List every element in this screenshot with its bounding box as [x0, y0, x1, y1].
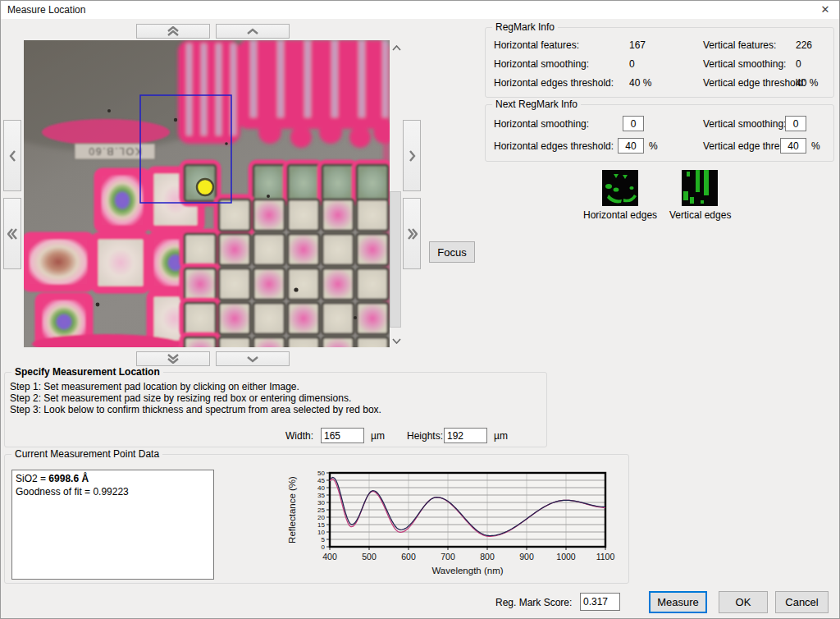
reflectance-spectrum-chart: 0510152025303540455040050060070080090010…: [285, 466, 622, 581]
v-smoothing-label: Vertical smoothing:: [703, 58, 786, 70]
specify-location-title: Specify Measurement Location: [11, 366, 163, 378]
pan-left-button[interactable]: [3, 120, 21, 191]
reg-mark-score-input[interactable]: [580, 593, 620, 611]
svg-text:20: 20: [317, 514, 325, 521]
next-h-threshold-unit: %: [649, 140, 658, 152]
next-v-threshold-unit: %: [811, 140, 820, 152]
current-point-group: Current Measurement Point Data SiO2 = 69…: [4, 454, 629, 584]
svg-text:35: 35: [317, 492, 325, 499]
h-features-label: Horizontal features:: [494, 39, 579, 51]
svg-text:25: 25: [317, 507, 325, 514]
v-features-label: Vertical features:: [703, 39, 776, 51]
svg-text:600: 600: [401, 552, 416, 562]
svg-text:5: 5: [322, 536, 326, 543]
vertical-edges-image: [682, 170, 718, 206]
vertical-edges-label: Vertical edges: [669, 209, 731, 221]
measure-button[interactable]: Measure: [649, 591, 707, 613]
double-chevron-up-icon: [167, 26, 180, 36]
horizontal-edges-label: Horizontal edges: [583, 209, 657, 221]
scroll-down-icon[interactable]: [392, 335, 401, 346]
regmark-info-group: RegMark Info Horizontal features: 167 Ve…: [485, 27, 834, 98]
step1-text: Step 1: Set measurement pad location by …: [10, 381, 299, 392]
h-threshold-label: Horizontal edges threshold:: [494, 77, 614, 89]
v-smoothing-value: 0: [796, 58, 801, 70]
pan-down-fast-button[interactable]: [136, 351, 210, 366]
width-input[interactable]: [321, 428, 364, 443]
measurement-point-marker[interactable]: [197, 179, 213, 195]
pan-up-fast-button[interactable]: [136, 24, 210, 39]
pan-right-fast-button[interactable]: [403, 198, 421, 269]
thickness-value: 6998.6 Å: [48, 473, 89, 484]
next-regmark-title: Next RegMark Info: [492, 99, 581, 110]
v-threshold-label: Vertical edge threshold:: [703, 77, 806, 89]
next-v-smoothing-label: Vertical smoothing:: [703, 118, 786, 130]
svg-text:700: 700: [441, 552, 455, 562]
dialog-title: Measure Location: [7, 4, 85, 16]
svg-text:800: 800: [480, 552, 495, 562]
svg-text:900: 900: [519, 552, 534, 562]
height-label: Heights:: [407, 430, 443, 442]
double-chevron-down-icon: [167, 354, 180, 364]
svg-text:1100: 1100: [596, 552, 615, 562]
double-chevron-right-icon: [407, 227, 418, 241]
specify-location-group: Specify Measurement Location Step 1: Set…: [4, 372, 547, 447]
svg-text:15: 15: [317, 521, 325, 529]
next-h-threshold-label: Horizontal edges threshold:: [494, 140, 614, 152]
chevron-up-icon: [246, 28, 259, 35]
microscope-image[interactable]: KOL.B.60: [24, 40, 390, 347]
svg-text:30: 30: [317, 499, 325, 507]
regmark-info-title: RegMark Info: [492, 21, 558, 33]
svg-text:10: 10: [317, 529, 325, 536]
step2-text: Step 2: Set measurement pad size by resi…: [10, 392, 351, 404]
h-smoothing-value: 0: [629, 58, 635, 70]
measurement-results-list[interactable]: SiO2 = 6998.6 Å Goodness of fit = 0.9922…: [11, 470, 214, 580]
svg-text:50: 50: [317, 470, 325, 477]
svg-text:400: 400: [322, 552, 337, 562]
next-v-threshold-input[interactable]: [780, 138, 806, 154]
svg-text:40: 40: [317, 484, 325, 492]
height-unit: µm: [494, 430, 508, 442]
cancel-button[interactable]: Cancel: [775, 591, 829, 613]
height-input[interactable]: [444, 428, 487, 443]
step3-text: Step 3: Look below to confirm thickness …: [10, 404, 381, 415]
pan-right-button[interactable]: [403, 120, 421, 191]
svg-text:0: 0: [322, 543, 326, 551]
v-threshold-value: 40 %: [796, 77, 818, 89]
h-features-value: 167: [629, 39, 646, 51]
v-features-value: 226: [796, 39, 812, 51]
titlebar: Measure Location ✕: [1, 1, 839, 19]
svg-text:Wavelength (nm): Wavelength (nm): [431, 566, 503, 575]
h-threshold-value: 40 %: [629, 77, 651, 89]
measure-location-dialog: Measure Location ✕: [0, 0, 840, 619]
thickness-result-line: SiO2 = 6998.6 Å: [16, 472, 210, 485]
next-h-smoothing-label: Horizontal smoothing:: [494, 118, 589, 130]
next-h-smoothing-input[interactable]: [623, 116, 644, 131]
svg-text:KOL.B.60: KOL.B.60: [88, 145, 142, 157]
svg-text:500: 500: [362, 552, 377, 562]
h-smoothing-label: Horizontal smoothing:: [494, 58, 589, 70]
reg-mark-score-label: Reg. Mark Score:: [495, 597, 572, 608]
svg-text:Reflectance (%): Reflectance (%): [287, 476, 297, 543]
next-v-smoothing-input[interactable]: [785, 116, 806, 131]
current-point-title: Current Measurement Point Data: [11, 448, 162, 460]
width-label: Width:: [285, 430, 313, 442]
close-icon[interactable]: ✕: [816, 2, 834, 17]
width-unit: µm: [371, 430, 385, 442]
chevron-left-icon: [9, 149, 16, 163]
pan-left-fast-button[interactable]: [3, 198, 21, 269]
focus-button[interactable]: Focus: [429, 241, 475, 263]
pan-up-button[interactable]: [216, 24, 290, 39]
chevron-right-icon: [409, 149, 416, 163]
svg-text:1000: 1000: [556, 552, 576, 562]
ok-button[interactable]: OK: [719, 591, 768, 613]
svg-text:45: 45: [317, 477, 325, 484]
scroll-up-icon[interactable]: [392, 43, 401, 54]
chevron-down-icon: [246, 355, 259, 363]
pan-down-button[interactable]: [216, 351, 290, 366]
next-regmark-group: Next RegMark Info Horizontal smoothing: …: [485, 104, 834, 162]
scrollbar-thumb[interactable]: [390, 191, 401, 328]
horizontal-edges-image: [602, 170, 638, 206]
goodness-of-fit-line: Goodness of fit = 0.99223: [16, 485, 210, 498]
next-h-threshold-input[interactable]: [618, 138, 644, 154]
double-chevron-left-icon: [7, 227, 18, 241]
